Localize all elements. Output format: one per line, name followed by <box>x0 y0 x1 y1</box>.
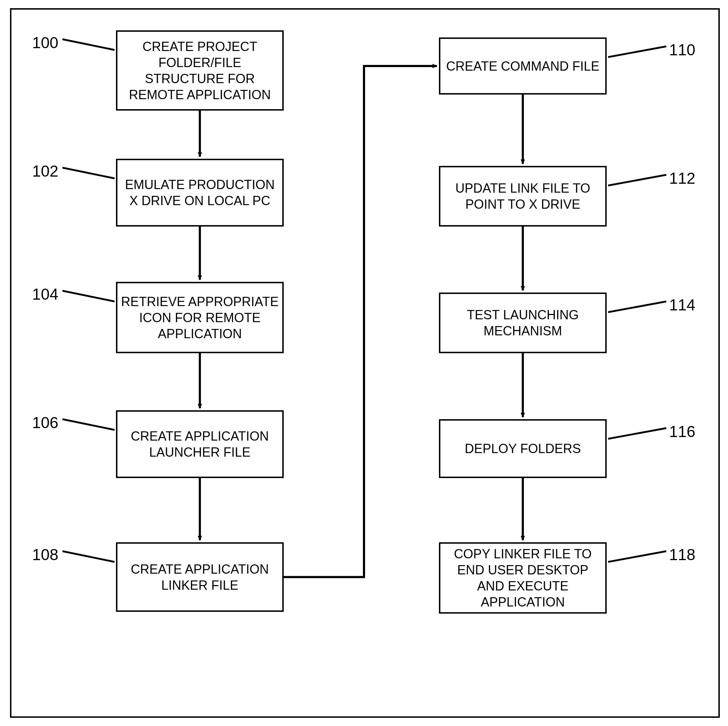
flow-step-label-108: 108 <box>32 546 58 564</box>
flow-step-112: UPDATE LINK FILE TO POINT TO X DRIVE <box>439 166 607 226</box>
flow-step-label-112: 112 <box>669 170 695 187</box>
flow-step-text-102: EMULATE PRODUCTION X DRIVE ON LOCAL PC <box>121 177 279 209</box>
svg-line-13 <box>63 551 115 562</box>
flow-step-108: CREATE APPLICATION LINKER FILE <box>116 542 284 612</box>
flow-step-text-118: COPY LINKER FILE TO END USER DESKTOP AND… <box>444 546 602 610</box>
flow-step-text-114: TEST LAUNCHING MECHANISM <box>444 307 602 339</box>
flow-step-label-104: 104 <box>32 286 58 303</box>
flow-step-label-114: 114 <box>669 296 695 314</box>
flow-step-text-116: DEPLOY FOLDERS <box>465 440 581 457</box>
svg-line-15 <box>608 175 666 185</box>
svg-line-14 <box>608 46 666 57</box>
svg-line-16 <box>608 301 666 312</box>
flow-step-104: RETRIEVE APPROPRIATE ICON FOR REMOTE APP… <box>116 282 284 353</box>
flow-step-label-116: 116 <box>669 423 695 440</box>
flow-step-label-110: 110 <box>669 41 695 59</box>
flow-step-text-106: CREATE APPLICATION LAUNCHER FILE <box>121 428 279 460</box>
flow-step-110: CREATE COMMAND FILE <box>439 37 607 95</box>
flow-step-114: TEST LAUNCHING MECHANISM <box>439 292 607 353</box>
flow-step-text-112: UPDATE LINK FILE TO POINT TO X DRIVE <box>444 180 602 212</box>
svg-line-9 <box>63 39 115 50</box>
flow-step-text-100: CREATE PROJECT FOLDER/FILE STRUCTURE FOR… <box>121 38 279 103</box>
flow-step-106: CREATE APPLICATION LAUNCHER FILE <box>116 410 284 478</box>
flow-step-116: DEPLOY FOLDERS <box>439 419 607 478</box>
svg-line-12 <box>63 419 115 430</box>
flow-step-label-118: 118 <box>669 546 695 564</box>
flow-step-100: CREATE PROJECT FOLDER/FILE STRUCTURE FOR… <box>116 30 284 111</box>
flow-step-text-104: RETRIEVE APPROPRIATE ICON FOR REMOTE APP… <box>121 293 279 342</box>
svg-line-10 <box>63 168 115 178</box>
flow-step-label-100: 100 <box>32 34 58 52</box>
flow-step-102: EMULATE PRODUCTION X DRIVE ON LOCAL PC <box>116 159 284 226</box>
svg-line-17 <box>608 428 666 439</box>
svg-line-18 <box>608 551 666 562</box>
flow-step-label-106: 106 <box>32 414 58 432</box>
svg-line-11 <box>63 291 115 301</box>
flow-step-118: COPY LINKER FILE TO END USER DESKTOP AND… <box>439 542 607 614</box>
flow-step-text-110: CREATE COMMAND FILE <box>446 58 599 74</box>
flow-step-label-102: 102 <box>32 162 58 180</box>
flow-step-text-108: CREATE APPLICATION LINKER FILE <box>121 561 279 593</box>
